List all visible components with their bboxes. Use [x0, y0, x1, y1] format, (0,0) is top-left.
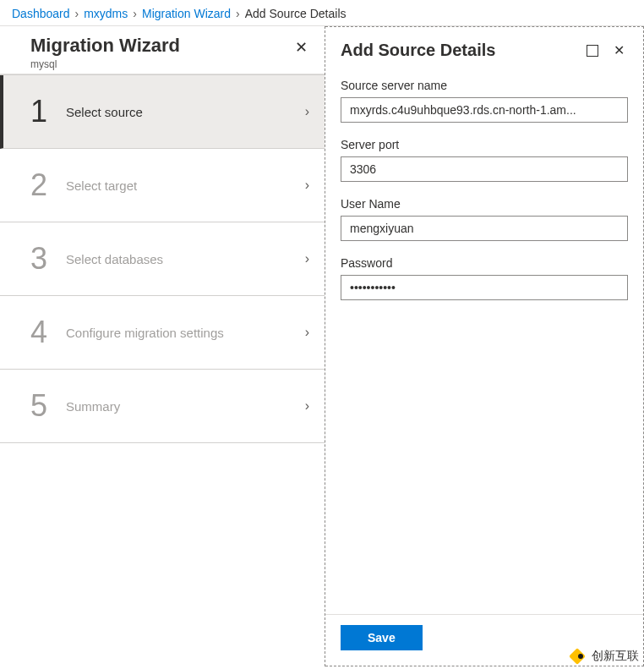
step-number: 2: [30, 167, 51, 203]
step-number: 1: [30, 94, 51, 129]
step-select-target[interactable]: 2 Select target ›: [0, 149, 325, 222]
step-label: Summary: [66, 399, 120, 414]
field-user-name: User Name: [341, 197, 628, 241]
maximize-icon[interactable]: [587, 45, 598, 57]
wizard-steps: 1 Select source › 2 Select target › 3 Se…: [0, 74, 325, 443]
field-password: Password: [341, 256, 628, 300]
step-select-databases[interactable]: 3 Select databases ›: [0, 222, 325, 296]
step-number: 5: [30, 388, 51, 424]
step-number: 3: [30, 241, 51, 277]
breadcrumb-migration-wizard[interactable]: Migration Wizard: [142, 7, 231, 20]
wizard-title: Migration Wizard: [30, 35, 180, 57]
server-name-input[interactable]: [341, 97, 628, 123]
breadcrumb-mxydms[interactable]: mxydms: [84, 7, 128, 20]
server-port-label: Server port: [341, 138, 628, 151]
step-summary[interactable]: 5 Summary ›: [0, 370, 325, 443]
watermark-icon: [568, 647, 587, 666]
source-form: Source server name Server port User Name…: [325, 79, 643, 614]
user-name-input[interactable]: [341, 216, 628, 241]
step-label: Select databases: [66, 252, 163, 266]
step-configure-settings[interactable]: 4 Configure migration settings ›: [0, 296, 325, 370]
save-button[interactable]: Save: [341, 625, 423, 650]
step-number: 4: [30, 315, 51, 350]
chevron-right-icon: ›: [305, 104, 309, 119]
chevron-right-icon: ›: [305, 178, 309, 193]
chevron-right-icon: ›: [133, 7, 137, 20]
chevron-right-icon: ›: [75, 7, 79, 20]
chevron-right-icon: ›: [305, 251, 309, 266]
chevron-right-icon: ›: [305, 325, 309, 340]
close-icon[interactable]: ✕: [292, 35, 311, 60]
watermark-text: 创新互联: [592, 649, 639, 664]
breadcrumb-dashboard[interactable]: Dashboard: [12, 7, 70, 20]
details-panel: Add Source Details ✕ Source server name …: [325, 26, 644, 666]
chevron-right-icon: ›: [305, 398, 309, 414]
breadcrumb-current: Add Source Details: [245, 7, 347, 20]
server-port-input[interactable]: [341, 156, 628, 182]
step-select-source[interactable]: 1 Select source ›: [0, 75, 325, 149]
chevron-right-icon: ›: [236, 7, 240, 20]
wizard-subtitle: mysql: [30, 58, 180, 70]
step-label: Select target: [66, 178, 137, 193]
user-name-label: User Name: [341, 197, 628, 211]
step-label: Select source: [66, 105, 143, 119]
password-label: Password: [341, 256, 628, 270]
field-server-name: Source server name: [341, 79, 628, 123]
password-input[interactable]: [341, 275, 628, 300]
close-icon[interactable]: ✕: [610, 39, 628, 62]
server-name-label: Source server name: [341, 79, 628, 92]
panel-title: Add Source Details: [341, 41, 495, 60]
field-server-port: Server port: [341, 138, 628, 182]
breadcrumb: Dashboard › mxydms › Migration Wizard › …: [0, 0, 644, 26]
step-label: Configure migration settings: [66, 326, 224, 340]
wizard-panel: Migration Wizard mysql ✕ 1 Select source…: [0, 26, 325, 666]
watermark: 创新互联: [568, 647, 639, 666]
